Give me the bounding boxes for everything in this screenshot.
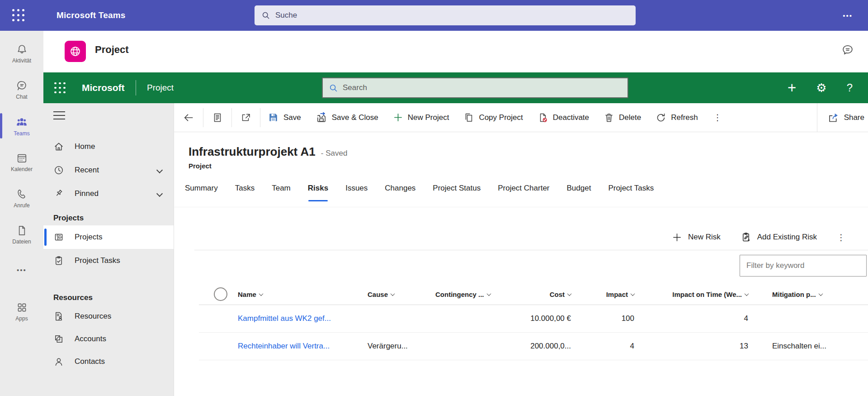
- nav-label: Project Tasks: [75, 256, 120, 265]
- command-toolbar: Save Save & Close New Project Copy Proje…: [174, 103, 868, 132]
- tab-budget[interactable]: Budget: [567, 178, 591, 207]
- rail-label: Dateien: [12, 239, 31, 244]
- save-label: Save: [283, 113, 301, 122]
- col-header-name[interactable]: Name: [234, 291, 364, 298]
- office-suite-bar: Microsoft Project + ⚙ ?: [43, 72, 868, 103]
- rail-item-activity[interactable]: Aktivität: [0, 37, 43, 70]
- rail-label: Chat: [16, 94, 27, 100]
- filter-keyword-input[interactable]: [740, 255, 867, 277]
- calendar-icon: [16, 152, 28, 164]
- tab-project-tasks[interactable]: Project Tasks: [608, 178, 654, 207]
- refresh-icon: [656, 112, 666, 123]
- add-existing-risk-button[interactable]: Add Existing Risk: [741, 232, 817, 243]
- nav-item-projects[interactable]: Projects: [43, 225, 174, 249]
- table-row[interactable]: Kampfmittel aus WK2 gef... 10.000,00 € 1…: [199, 305, 868, 333]
- hamburger-icon[interactable]: [53, 111, 65, 119]
- new-project-button[interactable]: New Project: [386, 103, 457, 132]
- chevron-down-icon: [567, 291, 572, 296]
- toolbar-overflow-icon[interactable]: ⋮: [705, 112, 730, 123]
- chevron-down-icon: [745, 291, 749, 296]
- select-all-cell: [199, 287, 234, 301]
- subgrid-divider: [194, 250, 868, 250]
- popout-button[interactable]: [232, 103, 260, 132]
- table-header-row: Name Cause Contingency ... Cost Impact I…: [199, 284, 868, 305]
- form-selector-button[interactable]: [203, 103, 231, 132]
- tab-tasks[interactable]: Tasks: [235, 178, 255, 207]
- col-header-impact-on-time[interactable]: Impact on Time (We...: [638, 291, 752, 298]
- back-button[interactable]: [174, 103, 203, 132]
- office-app-name[interactable]: Project: [147, 83, 174, 93]
- rail-label: Teams: [14, 131, 29, 136]
- refresh-button[interactable]: Refresh: [648, 103, 705, 132]
- nav-item-pinned[interactable]: Pinned: [43, 182, 174, 205]
- office-waffle-icon[interactable]: [54, 82, 66, 94]
- refresh-label: Refresh: [671, 113, 698, 122]
- nav-label: Accounts: [75, 334, 106, 344]
- nav-item-project-tasks[interactable]: Project Tasks: [43, 249, 174, 272]
- tab-changes[interactable]: Changes: [385, 178, 415, 207]
- nav-item-home[interactable]: Home: [43, 135, 174, 158]
- new-risk-button[interactable]: New Risk: [672, 232, 721, 243]
- app-name: Project: [95, 44, 129, 56]
- delete-button[interactable]: Delete: [596, 103, 648, 132]
- tab-project-status[interactable]: Project Status: [433, 178, 481, 207]
- tab-summary[interactable]: Summary: [185, 178, 218, 207]
- select-all-circle[interactable]: [214, 287, 227, 301]
- bell-icon: [16, 43, 28, 56]
- rail-item-files[interactable]: Dateien: [0, 218, 43, 251]
- cell-cause: Verärgeru...: [364, 342, 432, 351]
- chevron-down-icon: [391, 291, 395, 296]
- rail-more-icon[interactable]: •••: [17, 266, 27, 276]
- nav-item-accounts[interactable]: Accounts: [43, 328, 174, 350]
- office-search-input[interactable]: [343, 83, 592, 92]
- teams-search-input[interactable]: [275, 11, 606, 20]
- nav-item-contacts[interactable]: Contacts: [43, 350, 174, 373]
- rail-item-apps[interactable]: Apps: [0, 295, 43, 328]
- nav-label: Recent: [75, 166, 99, 175]
- tab-risks[interactable]: Risks: [308, 178, 328, 207]
- save-button[interactable]: Save: [260, 103, 308, 132]
- office-search[interactable]: [322, 77, 628, 98]
- copy-project-label: Copy Project: [479, 113, 523, 122]
- apps-grid-icon: [16, 301, 28, 314]
- app-tile[interactable]: [65, 41, 86, 62]
- risk-table: Name Cause Contingency ... Cost Impact I…: [199, 284, 868, 360]
- cell-mitigation: Einschalten ei...: [752, 342, 868, 351]
- nav-label: Contacts: [75, 357, 105, 366]
- tab-issues[interactable]: Issues: [345, 178, 368, 207]
- rail-item-chat[interactable]: Chat: [0, 73, 43, 106]
- subgrid-overflow-icon[interactable]: ⋮: [834, 232, 848, 243]
- rail-item-calls[interactable]: Anrufe: [0, 182, 43, 215]
- add-icon[interactable]: +: [788, 81, 796, 95]
- save-close-button[interactable]: Save & Close: [308, 103, 386, 132]
- cell-name[interactable]: Kampfmittel aus WK2 gef...: [234, 314, 364, 323]
- copy-project-button[interactable]: Copy Project: [456, 103, 530, 132]
- nav-item-recent[interactable]: Recent: [43, 158, 174, 182]
- topbar-more-icon[interactable]: •••: [843, 12, 853, 19]
- delete-label: Delete: [619, 113, 641, 122]
- form-icon: [212, 112, 223, 123]
- rail-item-calendar[interactable]: Kalender: [0, 146, 43, 178]
- tab-project-charter[interactable]: Project Charter: [498, 178, 549, 207]
- feedback-bubble-icon[interactable]: [841, 43, 854, 57]
- deactivate-button[interactable]: Deactivate: [530, 103, 596, 132]
- teams-left-rail: Aktivität Chat Teams Kalender Anrufe Dat…: [0, 31, 43, 396]
- col-header-cost[interactable]: Cost: [521, 291, 575, 298]
- col-header-impact[interactable]: Impact: [575, 291, 638, 298]
- nav-item-resources[interactable]: Resources: [43, 305, 174, 328]
- chevron-down-icon[interactable]: [156, 167, 163, 173]
- gear-icon[interactable]: ⚙: [816, 81, 826, 95]
- chevron-down-icon[interactable]: [156, 191, 163, 197]
- cell-name[interactable]: Rechteinhaber will Vertra...: [234, 342, 364, 351]
- col-header-mitigation[interactable]: Mitigation p...: [752, 291, 868, 298]
- share-button[interactable]: Share: [817, 103, 868, 132]
- teams-search[interactable]: [255, 5, 636, 25]
- rail-item-teams[interactable]: Teams: [0, 110, 43, 142]
- help-icon[interactable]: ?: [847, 81, 853, 94]
- col-header-cause[interactable]: Cause: [364, 291, 432, 298]
- nav-label: Pinned: [75, 189, 99, 198]
- waffle-icon[interactable]: [12, 9, 25, 22]
- table-row[interactable]: Rechteinhaber will Vertra... Verärgeru..…: [199, 333, 868, 360]
- col-header-contingency[interactable]: Contingency ...: [432, 291, 521, 298]
- tab-team[interactable]: Team: [272, 178, 291, 207]
